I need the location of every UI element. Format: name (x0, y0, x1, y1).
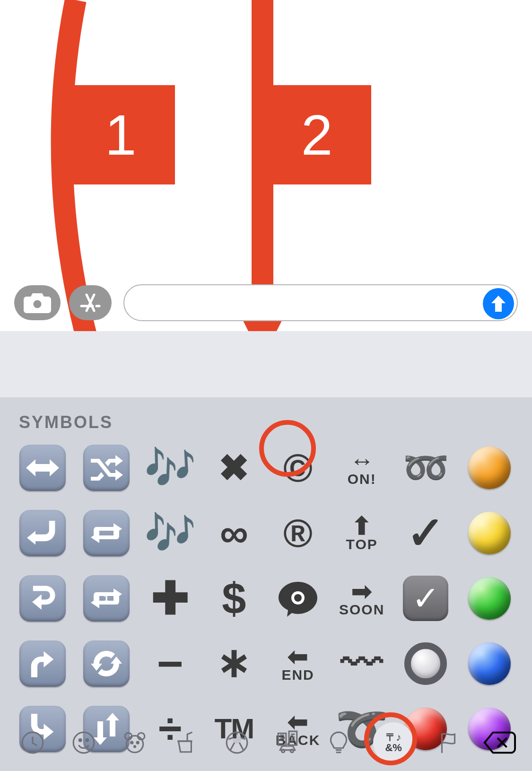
emoji-double-curly-loop[interactable]: ➿ (397, 438, 455, 498)
category-recent[interactable] (16, 726, 49, 759)
camera-button[interactable] (14, 285, 61, 320)
svg-point-7 (73, 732, 94, 753)
emoji-eye-speech[interactable] (269, 568, 327, 629)
emoji-musical-notes-2[interactable]: 🎶 (141, 503, 199, 563)
city-car-icon (275, 730, 300, 755)
emoji-soon-arrow[interactable]: ➡SOON (333, 568, 391, 629)
annotation-step-2: 2 (262, 85, 371, 184)
category-food[interactable] (169, 726, 202, 759)
camera-icon (24, 292, 51, 314)
emoji-category-row: 〒♪ &% (0, 719, 532, 771)
emoji-blue-circle[interactable] (461, 633, 519, 694)
emoji-registered[interactable]: ® (269, 503, 327, 563)
delete-icon (483, 730, 516, 755)
emoji-top-arrow[interactable]: ⬆TOP (333, 503, 391, 563)
apps-button[interactable] (69, 285, 112, 320)
emoji-infinity[interactable]: ∞ (205, 503, 263, 563)
arrow-up-icon (490, 295, 506, 313)
svg-point-8 (79, 739, 81, 741)
category-activity[interactable] (220, 726, 253, 759)
emoji-left-right-arrow[interactable] (13, 438, 71, 498)
emoji-plus[interactable]: ✚ (141, 568, 199, 629)
symbols-icon: 〒♪ &% (385, 732, 401, 753)
svg-point-5 (294, 594, 302, 602)
emoji-return-left[interactable] (13, 503, 71, 563)
section-title: SYMBOLS (19, 412, 113, 432)
suggestion-bar (0, 331, 532, 397)
burger-icon (174, 730, 198, 755)
emoji-musical-notes[interactable]: 🎶 (141, 438, 199, 498)
svg-point-13 (131, 742, 132, 744)
emoji-copyright[interactable]: © (269, 438, 327, 498)
emoji-green-circle[interactable] (461, 568, 519, 629)
emoji-yellow-circle[interactable] (461, 503, 519, 563)
emoji-dollar[interactable]: $ (205, 568, 263, 629)
category-symbols[interactable]: 〒♪ &% (373, 722, 414, 763)
svg-point-15 (133, 745, 136, 748)
emoji-repeat-one[interactable]: 1 (77, 568, 135, 629)
emoji-orange-circle[interactable] (461, 438, 519, 498)
soccer-icon (225, 730, 249, 755)
emoji-asterisk[interactable] (205, 633, 263, 694)
emoji-minus[interactable]: − (141, 633, 199, 694)
appstore-icon (78, 291, 102, 315)
category-smileys[interactable] (67, 726, 100, 759)
emoji-on-arrow[interactable]: ↔ON! (333, 438, 391, 498)
annotation-step-2-label: 2 (301, 102, 333, 167)
svg-point-12 (126, 736, 143, 752)
emoji-arrow-up-curve[interactable] (13, 633, 71, 694)
category-objects[interactable] (322, 726, 355, 759)
delete-key[interactable] (483, 726, 516, 759)
message-text-field[interactable] (123, 284, 518, 321)
svg-point-9 (86, 739, 88, 741)
emoji-arrows-cycle[interactable] (77, 633, 135, 694)
emoji-white-circle[interactable] (397, 633, 455, 694)
clock-icon (20, 730, 45, 755)
emoji-checkbox[interactable]: ✓ (397, 568, 455, 629)
emoji-wavy-dash[interactable]: 〰 (333, 633, 391, 694)
svg-point-18 (291, 750, 294, 753)
emoji-multiply[interactable]: ✖ (205, 438, 263, 498)
annotation-step-1-label: 1 (105, 102, 137, 167)
send-button[interactable] (483, 288, 514, 319)
emoji-shuffle[interactable] (77, 438, 135, 498)
category-animals[interactable] (118, 726, 151, 759)
message-input-bar (0, 274, 532, 331)
emoji-end-arrow[interactable]: ⬅END (269, 633, 327, 694)
annotation-step-1: 1 (66, 85, 175, 184)
category-flags[interactable] (432, 726, 465, 759)
bear-icon (122, 730, 147, 755)
emoji-keyboard: SYMBOLS 🎶 ✖ © ↔ON! ➿ 🎶 ∞ ® ⬆TOP ✓ 1 ✚ $ (0, 331, 532, 771)
svg-point-17 (282, 750, 285, 753)
svg-point-14 (137, 742, 139, 744)
category-travel[interactable] (271, 726, 304, 759)
smiley-icon (71, 730, 96, 755)
emoji-check-mark[interactable]: ✓ (397, 503, 455, 563)
emoji-grid: 🎶 ✖ © ↔ON! ➿ 🎶 ∞ ® ⬆TOP ✓ 1 ✚ $ ➡SOON ✓ (13, 438, 519, 759)
flag-icon (436, 730, 461, 755)
emoji-repeat[interactable] (77, 503, 135, 563)
lightbulb-icon (326, 730, 351, 755)
emoji-u-turn-right[interactable] (13, 568, 71, 629)
